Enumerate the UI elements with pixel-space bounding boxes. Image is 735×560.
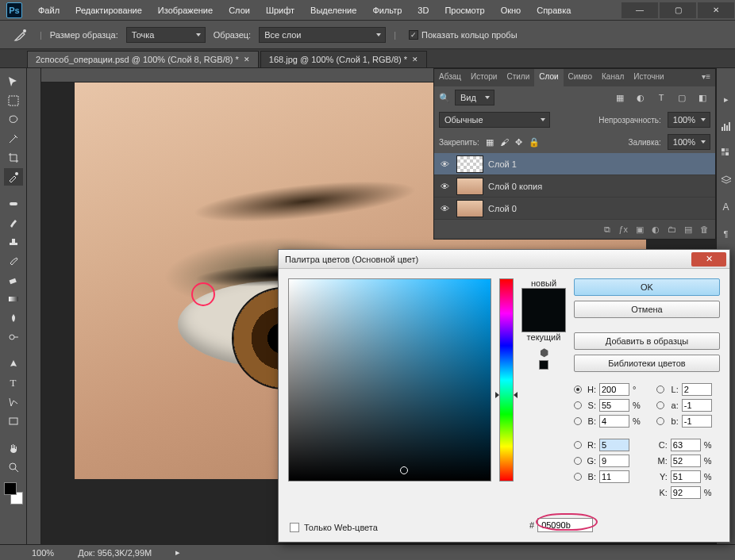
heal-tool[interactable] bbox=[4, 195, 23, 213]
layers-panel[interactable]: Абзац Истори Стили Слои Симво Канал Исто… bbox=[433, 68, 716, 240]
fx-icon[interactable]: ƒx bbox=[618, 224, 628, 234]
layer-thumb[interactable] bbox=[456, 178, 483, 195]
radio-b[interactable] bbox=[574, 417, 582, 425]
visibility-icon[interactable]: 👁 bbox=[437, 159, 452, 169]
radio-g[interactable] bbox=[574, 457, 582, 465]
minimize-button[interactable]: — bbox=[621, 2, 658, 18]
marquee-tool[interactable] bbox=[4, 92, 23, 109]
dialog-titlebar[interactable]: Палитра цветов (Основной цвет) ✕ bbox=[279, 250, 729, 269]
tab-source[interactable]: Источни bbox=[629, 69, 668, 86]
trash-icon[interactable]: 🗑 bbox=[700, 224, 709, 234]
radio-l[interactable] bbox=[656, 385, 664, 393]
menu-edit[interactable]: Редактирование bbox=[69, 4, 148, 17]
color-swatches[interactable] bbox=[4, 482, 23, 504]
gradient-tool[interactable] bbox=[4, 290, 23, 308]
swatches-icon[interactable] bbox=[719, 146, 733, 160]
layer-row[interactable]: 👁 Слой 0 bbox=[434, 198, 715, 220]
doc-tab-2[interactable]: 168.jpg @ 100% (Слой 1, RGB/8) * ✕ bbox=[260, 51, 427, 67]
s-input[interactable] bbox=[599, 399, 629, 412]
layer-name[interactable]: Слой 0 копия bbox=[488, 182, 542, 191]
close-icon[interactable]: ✕ bbox=[244, 56, 250, 63]
paragraph-dock-icon[interactable]: ¶ bbox=[719, 227, 733, 241]
maximize-button[interactable]: ▢ bbox=[660, 2, 696, 18]
eraser-tool[interactable] bbox=[4, 271, 23, 289]
radio-a[interactable] bbox=[656, 401, 664, 409]
wand-tool[interactable] bbox=[4, 130, 23, 148]
radio-r[interactable] bbox=[574, 441, 582, 449]
radio-lab-b[interactable] bbox=[656, 417, 664, 425]
filter-type-icon[interactable]: T bbox=[653, 90, 669, 105]
radio-b2[interactable] bbox=[574, 473, 582, 481]
l-input[interactable] bbox=[682, 383, 712, 396]
hex-input[interactable] bbox=[537, 518, 593, 532]
r-input[interactable] bbox=[599, 439, 629, 451]
color-libraries-button[interactable]: Библиотеки цветов bbox=[574, 355, 720, 372]
sample-select[interactable]: Все слои bbox=[259, 27, 386, 43]
new-layer-icon[interactable]: ▤ bbox=[684, 224, 692, 235]
chevron-right-icon[interactable]: ▸ bbox=[175, 547, 180, 558]
menu-file[interactable]: Файл bbox=[32, 4, 66, 17]
layer-filter-select[interactable]: Вид bbox=[455, 90, 494, 105]
stamp-tool[interactable] bbox=[4, 233, 23, 251]
layer-thumb[interactable] bbox=[456, 155, 483, 173]
panel-menu-icon[interactable]: ▾≡ bbox=[697, 69, 715, 86]
hue-slider[interactable] bbox=[499, 278, 514, 481]
menu-window[interactable]: Окно bbox=[494, 4, 528, 17]
histogram-icon[interactable] bbox=[719, 119, 733, 133]
blur-tool[interactable] bbox=[4, 309, 23, 327]
foreground-swatch[interactable] bbox=[4, 482, 17, 495]
ok-button[interactable]: OK bbox=[574, 278, 720, 296]
color-picker-dialog[interactable]: Палитра цветов (Основной цвет) ✕ новый т… bbox=[278, 249, 730, 543]
link-icon[interactable]: ⧉ bbox=[604, 224, 610, 235]
a-input[interactable] bbox=[682, 399, 712, 412]
m-input[interactable] bbox=[671, 455, 701, 467]
tab-layers[interactable]: Слои bbox=[534, 69, 563, 86]
pen-tool[interactable] bbox=[4, 355, 23, 373]
layer-name[interactable]: Слой 0 bbox=[488, 204, 517, 213]
menu-filter[interactable]: Фильтр bbox=[366, 4, 408, 17]
tab-paragraph[interactable]: Абзац bbox=[434, 69, 466, 86]
h-input[interactable] bbox=[599, 383, 629, 396]
sample-size-select[interactable]: Точка bbox=[126, 27, 206, 43]
lab-b-input[interactable] bbox=[682, 415, 712, 428]
saturation-value-field[interactable] bbox=[288, 278, 491, 481]
menu-select[interactable]: Выделение bbox=[304, 4, 363, 17]
tab-history[interactable]: Истори bbox=[466, 69, 502, 86]
crop-tool[interactable] bbox=[4, 149, 23, 167]
show-ring-checkbox[interactable]: ✓ Показать кольцо пробы bbox=[409, 30, 518, 40]
web-only-checkbox[interactable]: Только Web-цвета bbox=[290, 523, 378, 532]
menu-view[interactable]: Просмотр bbox=[438, 4, 491, 17]
gamut-swatch[interactable] bbox=[539, 360, 548, 370]
dock-icon[interactable]: ▸ bbox=[719, 92, 733, 106]
doc-tab-1[interactable]: 2способ_операции.psd @ 100% (Слой 8, RGB… bbox=[27, 51, 259, 67]
close-icon[interactable]: ✕ bbox=[412, 56, 418, 63]
history-brush-tool[interactable] bbox=[4, 252, 23, 270]
filter-adjust-icon[interactable]: ◐ bbox=[633, 90, 648, 105]
tab-channels[interactable]: Канал bbox=[597, 69, 629, 86]
group-icon[interactable]: 🗀 bbox=[668, 224, 676, 234]
lock-all-icon[interactable]: 🔒 bbox=[529, 137, 540, 148]
new-current-swatch[interactable] bbox=[521, 288, 566, 332]
shape-tool[interactable] bbox=[4, 412, 23, 430]
zoom-tool[interactable] bbox=[4, 458, 23, 476]
mask-icon[interactable]: ▣ bbox=[636, 224, 644, 235]
color-marker[interactable] bbox=[400, 466, 408, 474]
tab-char[interactable]: Симво bbox=[564, 69, 597, 86]
radio-s[interactable] bbox=[574, 401, 582, 409]
menu-layers[interactable]: Слои bbox=[222, 4, 256, 17]
lock-paint-icon[interactable]: 🖌 bbox=[500, 137, 509, 147]
blue-input[interactable] bbox=[599, 470, 629, 483]
layer-row[interactable]: 👁 Слой 0 копия bbox=[434, 175, 715, 198]
visibility-icon[interactable]: 👁 bbox=[437, 182, 452, 191]
g-input[interactable] bbox=[599, 455, 629, 467]
visibility-icon[interactable]: 👁 bbox=[437, 204, 452, 213]
cancel-button[interactable]: Отмена bbox=[574, 301, 720, 318]
eyedropper-tool[interactable] bbox=[4, 168, 23, 186]
menu-3d[interactable]: 3D bbox=[411, 4, 435, 17]
layer-name[interactable]: Слой 1 bbox=[488, 159, 517, 169]
dodge-tool[interactable] bbox=[4, 328, 23, 346]
menu-type[interactable]: Шрифт bbox=[260, 4, 301, 17]
menu-image[interactable]: Изображение bbox=[152, 4, 219, 17]
move-tool[interactable] bbox=[4, 73, 23, 90]
c-input[interactable] bbox=[671, 439, 701, 451]
